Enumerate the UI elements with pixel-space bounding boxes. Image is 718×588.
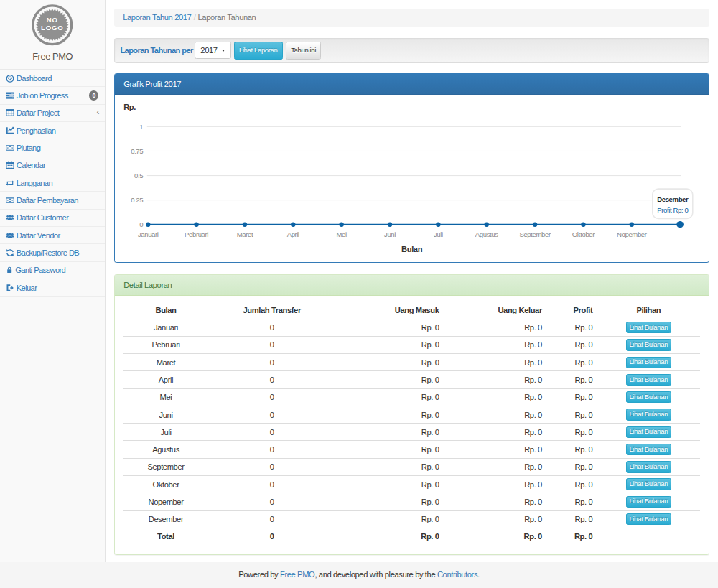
svg-text:0.75: 0.75 bbox=[131, 147, 143, 155]
svg-text:April: April bbox=[287, 230, 299, 238]
svg-text:Januari: Januari bbox=[138, 230, 159, 238]
svg-text:Desember: Desember bbox=[657, 195, 689, 203]
svg-text:Juni: Juni bbox=[384, 230, 396, 238]
svg-text:1: 1 bbox=[139, 122, 143, 130]
svg-text:Profit Rp: 0: Profit Rp: 0 bbox=[657, 206, 688, 214]
svg-text:Nopember: Nopember bbox=[617, 230, 648, 238]
svg-text:0.25: 0.25 bbox=[131, 196, 143, 204]
svg-text:Oktober: Oktober bbox=[572, 230, 595, 238]
svg-text:Pebruari: Pebruari bbox=[185, 230, 208, 238]
svg-text:NO: NO bbox=[47, 16, 58, 24]
svg-text:Agustus: Agustus bbox=[475, 230, 498, 238]
svg-text:0: 0 bbox=[139, 220, 143, 228]
svg-text:September: September bbox=[520, 230, 551, 238]
svg-text:Maret: Maret bbox=[237, 230, 253, 238]
svg-text:LOGO: LOGO bbox=[41, 24, 63, 32]
svg-text:0.5: 0.5 bbox=[134, 172, 143, 179]
svg-text:Mei: Mei bbox=[337, 230, 348, 238]
svg-text:Juli: Juli bbox=[434, 230, 443, 238]
